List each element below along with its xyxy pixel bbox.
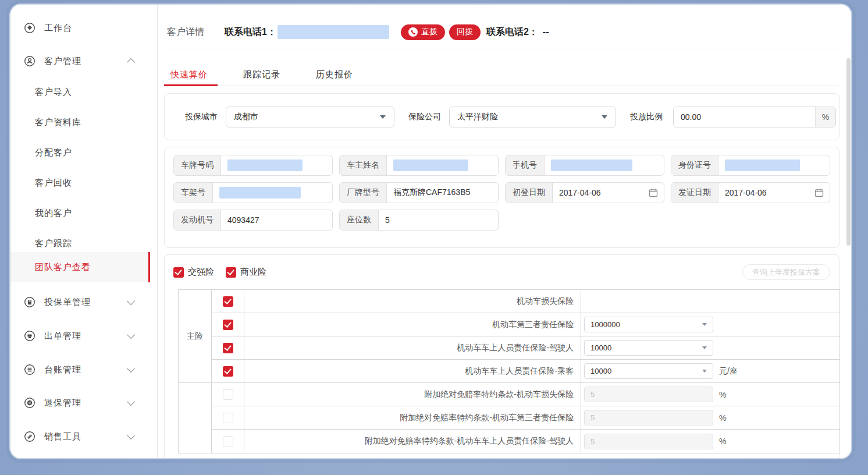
sidebar-item-label: 退保管理 bbox=[44, 398, 81, 409]
vehicle-field: 厂牌型号福克斯牌CAF7163B5 bbox=[339, 182, 499, 203]
coverage-value-cell bbox=[581, 290, 839, 313]
coverage-value-cell: 1000000 bbox=[581, 313, 839, 336]
sidebar-subitem[interactable]: 客户回收 bbox=[10, 175, 150, 191]
city-select[interactable]: 成都市 bbox=[226, 107, 394, 127]
sidebar-item-label: 客户资料库 bbox=[35, 117, 81, 128]
chevron-down-icon bbox=[127, 398, 135, 406]
tab-quick-quote[interactable]: 快速算价 bbox=[170, 63, 208, 86]
tab-tracking-record[interactable]: 跟踪记录 bbox=[243, 63, 280, 86]
direct-dial-label: 直拨 bbox=[421, 27, 437, 37]
field-value[interactable] bbox=[387, 155, 498, 175]
coverage-amount-value: 10000 bbox=[590, 343, 611, 352]
coverage-amount-select[interactable]: 10000 bbox=[584, 363, 713, 379]
insurance-type-row: 交强险 商业险 查询上年度投保方案 bbox=[173, 264, 830, 280]
coverage-name: 附加绝对免赔率特约条款-机动车车上人员责任保险-驾驶人 bbox=[244, 430, 581, 453]
main-content: 客户详情 联系电话1： 直拨 回拨 联系电话2： -- 快速算价跟踪记录历史报价… bbox=[164, 5, 839, 458]
customer-icon bbox=[23, 55, 36, 68]
sidebar-subitem[interactable]: 客户资料库 bbox=[10, 114, 150, 130]
field-value[interactable]: 5 bbox=[379, 210, 498, 230]
coverage-unit-label: 元/座 bbox=[719, 366, 738, 377]
sidebar-subitem[interactable]: 客户导入 bbox=[10, 84, 150, 100]
ratio-label: 投放比例 bbox=[630, 112, 663, 122]
coverage-checkbox[interactable] bbox=[223, 413, 233, 423]
field-value[interactable]: 4093427 bbox=[221, 210, 332, 230]
chevron-down-icon bbox=[127, 297, 135, 305]
sidebar-item-active[interactable]: 团队客户查看 bbox=[10, 252, 150, 282]
coverage-value-cell: 10000 bbox=[581, 336, 839, 360]
field-label: 座位数 bbox=[340, 210, 379, 230]
sidebar-subitem[interactable]: 我的客户 bbox=[10, 205, 150, 221]
app-window: 工作台客户管理客户导入客户资料库分配客户客户回收我的客户客户跟踪团队客户查看投保… bbox=[10, 5, 851, 458]
coverage-checkbox[interactable] bbox=[223, 343, 233, 353]
coverage-checkbox-cell bbox=[212, 383, 244, 406]
callback-button[interactable]: 回拨 bbox=[449, 24, 481, 40]
field-label: 初登日期 bbox=[506, 183, 553, 203]
sidebar-subitem[interactable]: 客户跟踪 bbox=[10, 235, 150, 251]
commercial-checkbox[interactable] bbox=[226, 267, 236, 278]
query-last-year-plan-button[interactable]: 查询上年度投保方案 bbox=[742, 264, 830, 280]
tab-history-quote[interactable]: 历史报价 bbox=[316, 63, 353, 86]
workbench-icon bbox=[23, 22, 36, 34]
redacted-value bbox=[393, 159, 468, 171]
coverage-name: 机动车车上人员责任保险-驾驶人 bbox=[244, 336, 581, 360]
company-label: 保险公司 bbox=[408, 112, 441, 122]
company-select[interactable]: 太平洋财险 bbox=[449, 107, 616, 127]
sidebar-item-label: 客户跟踪 bbox=[35, 238, 72, 249]
sidebar-item-issue[interactable]: 出单管理 bbox=[10, 328, 150, 344]
field-value[interactable]: 福克斯牌CAF7163B5 bbox=[387, 183, 498, 203]
sidebar-subitem[interactable]: 分配客户 bbox=[10, 144, 150, 161]
field-value[interactable] bbox=[545, 155, 664, 175]
page-title: 客户详情 bbox=[167, 26, 204, 38]
chevron-down-icon bbox=[127, 331, 135, 339]
field-value[interactable]: 2017-04-06 bbox=[553, 183, 664, 203]
sidebar-item-label: 客户导入 bbox=[35, 87, 72, 98]
sidebar-item-label: 销售工具 bbox=[44, 431, 81, 442]
coverage-checkbox-cell bbox=[212, 290, 244, 313]
coverage-value-cell: % bbox=[581, 430, 839, 453]
coverage-amount-select[interactable]: 10000 bbox=[584, 340, 713, 356]
coverage-unit-label: % bbox=[719, 437, 726, 446]
vehicle-field: 初登日期2017-04-06 bbox=[505, 182, 664, 203]
sidebar-item-refund[interactable]: 退保管理 bbox=[10, 395, 150, 411]
field-value[interactable]: 2017-04-06 bbox=[718, 183, 830, 203]
content-scrollbar[interactable] bbox=[846, 58, 851, 246]
chevron-down-icon bbox=[702, 323, 707, 326]
policy-icon bbox=[23, 296, 36, 309]
sidebar-item-label: 工作台 bbox=[44, 23, 72, 34]
calendar-icon[interactable] bbox=[814, 188, 824, 197]
deductible-rate-input bbox=[584, 434, 713, 449]
ratio-input[interactable] bbox=[674, 107, 815, 127]
field-value[interactable] bbox=[718, 155, 830, 175]
sidebar-item-sales-tools[interactable]: 销售工具 bbox=[10, 428, 150, 445]
coverage-name: 附加绝对免赔率特约条款-机动车损失保险 bbox=[244, 383, 581, 406]
sidebar-item-ledger[interactable]: 台账管理 bbox=[10, 361, 150, 378]
direct-dial-button[interactable]: 直拨 bbox=[401, 24, 445, 40]
sidebar-item-workbench[interactable]: 工作台 bbox=[10, 20, 150, 36]
sidebar-item-policy[interactable]: 投保单管理 bbox=[10, 294, 150, 310]
coverage-checkbox[interactable] bbox=[223, 320, 233, 330]
compulsory-checkbox[interactable] bbox=[173, 267, 184, 278]
coverage-checkbox[interactable] bbox=[223, 389, 233, 400]
vehicle-field: 座位数5 bbox=[339, 210, 499, 231]
field-label: 车架号 bbox=[174, 183, 213, 203]
coverage-amount-select[interactable]: 1000000 bbox=[584, 317, 713, 332]
chevron-down-icon bbox=[380, 115, 386, 119]
coverage-value-cell: % bbox=[581, 406, 839, 430]
sidebar-item-label: 客户回收 bbox=[35, 178, 72, 189]
refund-icon bbox=[23, 396, 36, 409]
field-value[interactable] bbox=[213, 183, 332, 203]
tab-bar: 快速算价跟踪记录历史报价 bbox=[164, 63, 839, 86]
coverage-checkbox[interactable] bbox=[223, 296, 233, 307]
coverage-checkbox[interactable] bbox=[223, 366, 233, 377]
chevron-up-icon bbox=[127, 58, 135, 66]
deductible-rate-input bbox=[584, 410, 713, 426]
city-label: 投保城市 bbox=[185, 112, 218, 122]
calendar-icon[interactable] bbox=[649, 188, 658, 197]
city-select-value: 成都市 bbox=[234, 112, 258, 122]
coverage-checkbox-cell bbox=[212, 406, 244, 430]
field-value[interactable] bbox=[221, 155, 332, 175]
sidebar-item-customer[interactable]: 客户管理 bbox=[10, 53, 150, 69]
coverage-checkbox[interactable] bbox=[223, 436, 233, 446]
coverage-name: 附加绝对免赔率特约条款-机动车第三者责任保险 bbox=[244, 406, 581, 430]
ledger-icon bbox=[23, 363, 36, 376]
